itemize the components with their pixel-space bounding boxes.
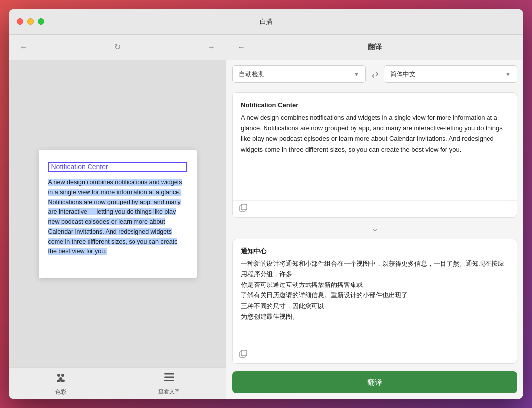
source-language-label: 自动检测 — [239, 70, 265, 79]
divider: ⌄ — [226, 222, 523, 235]
source-lang-chevron: ▼ — [354, 71, 359, 77]
translate-button-label: 翻译 — [367, 378, 382, 387]
translation-area: Notification Center A new design combine… — [226, 88, 523, 367]
svg-rect-5 — [164, 373, 174, 375]
main-content: ← ↻ → Notification Center A new design c… — [9, 35, 523, 399]
target-text-footer — [233, 346, 517, 363]
copy-source-icon[interactable] — [239, 204, 248, 214]
left-toolbar: ← ↻ → — [9, 35, 226, 60]
source-text-content: Notification Center A new design combine… — [233, 93, 517, 200]
document-title: Notification Center — [48, 162, 187, 172]
target-lang-chevron: ▼ — [505, 71, 511, 77]
target-language-select[interactable]: 简体中文 ▼ — [384, 65, 517, 83]
source-language-select[interactable]: 自动检测 ▼ — [232, 65, 366, 83]
forward-button[interactable]: → — [204, 41, 218, 54]
copy-target-icon[interactable] — [239, 349, 248, 360]
document-card: Notification Center A new design combine… — [39, 150, 197, 278]
close-button[interactable] — [17, 18, 23, 25]
svg-rect-6 — [164, 377, 174, 378]
source-text-body: A new design combines notifications and … — [241, 114, 503, 153]
view-text-button[interactable]: 查看文字 — [146, 368, 192, 399]
right-panel: ← 翻译 自动检测 ▼ ⇄ 简体中文 ▼ — [226, 35, 523, 399]
back-button[interactable]: ← — [17, 41, 31, 54]
refresh-button[interactable]: ↻ — [111, 41, 125, 54]
chevron-down-icon: ⌄ — [371, 223, 379, 234]
source-text-box: Notification Center A new design combine… — [232, 92, 517, 218]
swap-language-button[interactable]: ⇄ — [366, 65, 384, 83]
app-window: 白描 ← ↻ → Notification Center A new desig… — [9, 9, 523, 399]
right-main: 自动检测 ▼ ⇄ 简体中文 ▼ Noti — [226, 60, 523, 399]
traffic-lights — [17, 18, 44, 25]
language-selector-row: 自动检测 ▼ ⇄ 简体中文 ▼ — [226, 60, 523, 88]
document-area: Notification Center A new design combine… — [9, 60, 226, 367]
svg-rect-7 — [164, 380, 174, 381]
source-text-footer — [233, 200, 517, 217]
svg-point-3 — [57, 380, 61, 382]
swap-icon: ⇄ — [372, 70, 378, 79]
left-footer: 色彩 查看文字 — [9, 367, 226, 399]
target-text-title: 通知中心 — [241, 246, 509, 256]
translate-button[interactable]: 翻译 — [232, 371, 517, 393]
minimize-button[interactable] — [27, 18, 34, 25]
document-body: A new design combines notifications and … — [48, 177, 187, 256]
svg-point-4 — [61, 380, 65, 382]
window-title: 白描 — [260, 17, 272, 26]
right-panel-title: 翻译 — [368, 43, 382, 52]
target-language-label: 简体中文 — [390, 70, 416, 79]
svg-point-1 — [61, 374, 64, 377]
doc-text-highlight: A new design combines notifications and … — [48, 179, 182, 255]
maximize-button[interactable] — [38, 18, 44, 25]
target-text-box: 通知中心 一种新的设计将通知和小部件组合在一个视图中，以获得更多信息，一目了然。… — [232, 239, 517, 364]
color-icon — [55, 371, 67, 386]
source-text-title: Notification Center — [241, 100, 509, 110]
color-label: 色彩 — [55, 388, 66, 396]
target-text-body: 一种新的设计将通知和小部件组合在一个视图中，以获得更多信息，一目了然。通知现在按… — [241, 260, 504, 320]
svg-rect-9 — [241, 204, 247, 210]
target-text-content: 通知中心 一种新的设计将通知和小部件组合在一个视图中，以获得更多信息，一目了然。… — [233, 239, 517, 346]
list-icon — [163, 372, 175, 386]
right-back-button[interactable]: ← — [234, 41, 248, 54]
svg-rect-11 — [241, 350, 247, 356]
titlebar: 白描 — [9, 9, 523, 35]
color-button[interactable]: 色彩 — [43, 367, 79, 399]
right-toolbar: ← 翻译 — [226, 35, 523, 60]
svg-point-0 — [57, 374, 60, 377]
left-panel: ← ↻ → Notification Center A new design c… — [9, 35, 226, 399]
view-text-label: 查看文字 — [158, 388, 180, 395]
